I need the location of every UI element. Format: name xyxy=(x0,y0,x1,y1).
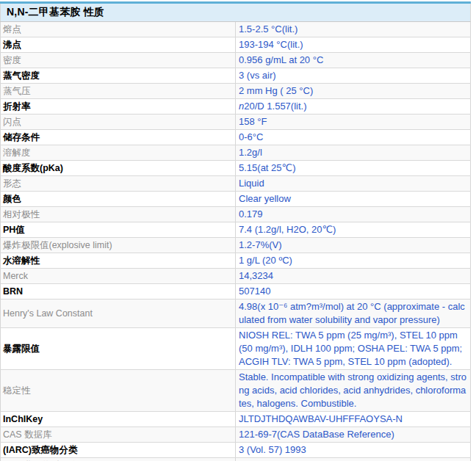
table-row: Merck14,3234 xyxy=(1,269,471,284)
property-label: Henry's Law Constant xyxy=(1,300,236,328)
property-value: 0-6°C xyxy=(236,130,471,145)
property-label: PH值 xyxy=(1,222,236,238)
page: N,N-二甲基苯胺 性质 熔点1.5-2.5 °C(lit.)沸点193-194… xyxy=(0,0,476,461)
property-value: NIOSH REL: TWA 5 ppm (25 mg/m³), STEL 10… xyxy=(236,328,471,370)
property-label: 密度 xyxy=(1,53,236,68)
property-label: CAS 数据库 xyxy=(1,427,236,443)
property-value: Stable. Incompatible with strong oxidizi… xyxy=(236,370,471,412)
table-row: 相对极性0.179 xyxy=(1,207,471,222)
property-value: Liquid xyxy=(236,176,471,192)
property-value: 121-69-7(CAS DataBase Reference) xyxy=(236,427,471,443)
properties-table: N,N-二甲基苯胺 性质 熔点1.5-2.5 °C(lit.)沸点193-194… xyxy=(0,1,471,461)
table-header-row: N,N-二甲基苯胺 性质 xyxy=(1,3,471,22)
table-row: 储存条件0-6°C xyxy=(1,130,471,145)
property-label: 闪点 xyxy=(1,115,236,130)
property-value: 1 g/L (20 ºC) xyxy=(236,253,471,269)
property-value: 7.4 (1.2g/l, H2O, 20℃) xyxy=(236,222,471,238)
table-row: (IARC)致癌物分类3 (Vol. 57) 1993 xyxy=(1,443,471,458)
property-value: 1.2g/l xyxy=(236,145,471,161)
table-row: CAS 数据库121-69-7(CAS DataBase Reference) xyxy=(1,427,471,443)
property-value: 2 mm Hg ( 25 °C) xyxy=(236,84,471,99)
property-label: 沸点 xyxy=(1,37,236,53)
table-row: 熔点1.5-2.5 °C(lit.) xyxy=(1,22,471,37)
property-label: (IARC)致癌物分类 xyxy=(1,443,236,458)
property-value: JLTDJTHDQAWBAV-UHFFFAOYSA-N xyxy=(236,412,471,427)
table-row: 颜色Clear yellow xyxy=(1,192,471,207)
property-value: 14,3234 xyxy=(236,269,471,284)
property-value: Clear yellow xyxy=(236,192,471,207)
table-row: 蒸气密度3 (vs air) xyxy=(1,68,471,84)
property-value: 3 (Vol. 57) 1993 xyxy=(236,443,471,458)
property-label: InChIKey xyxy=(1,412,236,427)
property-value: 1.5-2.5 °C(lit.) xyxy=(236,22,471,37)
table-row: 酸度系数(pKa)5.15(at 25℃) xyxy=(1,161,471,176)
property-label: 水溶解性 xyxy=(1,253,236,269)
table-row: 水溶解性1 g/L (20 ºC) xyxy=(1,253,471,269)
table-row: BRN507140 xyxy=(1,284,471,300)
table-row: PH值7.4 (1.2g/l, H2O, 20℃) xyxy=(1,222,471,238)
property-label: 暴露限值 xyxy=(1,328,236,370)
property-label: 形态 xyxy=(1,176,236,192)
table-row: 稳定性Stable. Incompatible with strong oxid… xyxy=(1,370,471,412)
property-value: Benzenamine, N,N-dimethyl-(121-69-7) xyxy=(236,458,471,461)
property-label: BRN xyxy=(1,284,236,300)
property-label: Merck xyxy=(1,269,236,284)
property-label: 蒸气密度 xyxy=(1,68,236,84)
property-value: 5.15(at 25℃) xyxy=(236,161,471,176)
table-row: 折射率n20/D 1.557(lit.) xyxy=(1,99,471,115)
property-value: 1.2-7%(V) xyxy=(236,238,471,253)
property-label: 储存条件 xyxy=(1,130,236,145)
property-label: 爆炸极限值(explosive limit) xyxy=(1,238,236,253)
property-label: 蒸气压 xyxy=(1,84,236,99)
table-row: InChIKeyJLTDJTHDQAWBAV-UHFFFAOYSA-N xyxy=(1,412,471,427)
table-row: 沸点193-194 °C(lit.) xyxy=(1,37,471,53)
property-label: 颜色 xyxy=(1,192,236,207)
table-row: 爆炸极限值(explosive limit)1.2-7%(V) xyxy=(1,238,471,253)
table-row: NIST化学物质信息Benzenamine, N,N-dimethyl-(121… xyxy=(1,458,471,461)
property-value: 0.956 g/mL at 20 °C xyxy=(236,53,471,68)
property-label: 酸度系数(pKa) xyxy=(1,161,236,176)
property-label: 折射率 xyxy=(1,99,236,115)
property-value: 0.179 xyxy=(236,207,471,222)
table-row: 溶解度1.2g/l xyxy=(1,145,471,161)
property-value: 507140 xyxy=(236,284,471,300)
property-label: NIST化学物质信息 xyxy=(1,458,236,461)
property-value: 3 (vs air) xyxy=(236,68,471,84)
property-value: n20/D 1.557(lit.) xyxy=(236,99,471,115)
property-label: 溶解度 xyxy=(1,145,236,161)
table-row: 形态Liquid xyxy=(1,176,471,192)
table-title: N,N-二甲基苯胺 性质 xyxy=(1,3,471,22)
table-row: 蒸气压2 mm Hg ( 25 °C) xyxy=(1,84,471,99)
table-row: 密度0.956 g/mL at 20 °C xyxy=(1,53,471,68)
table-row: Henry's Law Constant4.98(x 10⁻⁶ atm?m³/m… xyxy=(1,300,471,328)
property-label: 相对极性 xyxy=(1,207,236,222)
property-label: 稳定性 xyxy=(1,370,236,412)
property-value: 193-194 °C(lit.) xyxy=(236,37,471,53)
property-table-body: 熔点1.5-2.5 °C(lit.)沸点193-194 °C(lit.)密度0.… xyxy=(1,22,471,461)
table-row: 暴露限值NIOSH REL: TWA 5 ppm (25 mg/m³), STE… xyxy=(1,328,471,370)
property-value: 4.98(x 10⁻⁶ atm?m³/mol) at 20 °C (approx… xyxy=(236,300,471,328)
property-value: 158 °F xyxy=(236,115,471,130)
table-row: 闪点158 °F xyxy=(1,115,471,130)
property-label: 熔点 xyxy=(1,22,236,37)
value-text: 20/D 1.557(lit.) xyxy=(244,101,306,112)
